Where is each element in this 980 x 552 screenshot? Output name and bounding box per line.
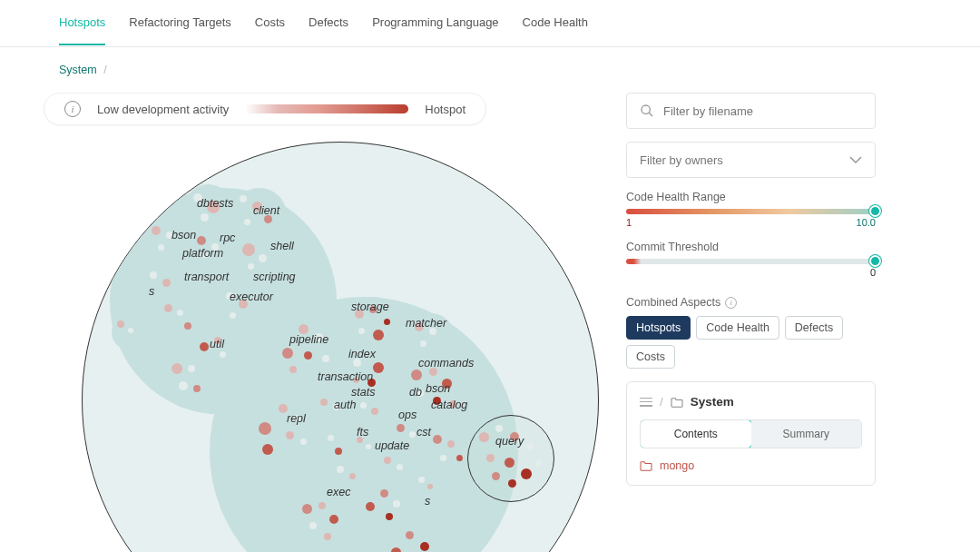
hotspot-visualization[interactable]: dbtests client bson rpc platform shell t…: [27, 133, 572, 552]
tab-costs[interactable]: Costs: [255, 15, 285, 45]
path-separator: /: [660, 395, 663, 409]
tab-code-health[interactable]: Code Health: [523, 15, 588, 45]
tab-defects[interactable]: Defects: [309, 15, 348, 45]
folder-item-label: mongo: [660, 459, 694, 472]
panel-title: System: [691, 395, 734, 409]
info-icon[interactable]: i: [64, 101, 81, 117]
combined-aspects-label: Combined Aspects i: [626, 296, 876, 309]
owners-filter-placeholder: Filter by owners: [640, 153, 723, 167]
filename-filter[interactable]: [626, 93, 876, 129]
activity-legend: i Low development activity Hotspot: [44, 93, 486, 125]
code-health-range-slider[interactable]: Code Health Range 110.0: [626, 191, 876, 228]
top-tabs: Hotspots Refactoring Targets Costs Defec…: [0, 0, 980, 47]
aspect-chip-hotspots[interactable]: Hotspots: [626, 316, 691, 340]
folder-icon: [671, 397, 683, 408]
legend-gradient: [245, 104, 408, 113]
legend-low-label: Low development activity: [97, 103, 229, 116]
code-health-range-label: Code Health Range: [626, 191, 876, 203]
aspect-chip-code-health[interactable]: Code Health: [696, 316, 779, 340]
commit-threshold-track[interactable]: [626, 259, 876, 264]
legend-high-label: Hotspot: [425, 103, 466, 116]
tab-programming-language[interactable]: Programming Language: [372, 15, 498, 45]
list-icon[interactable]: [640, 398, 652, 407]
code-health-max: 10.0: [857, 217, 876, 228]
search-icon: [640, 104, 654, 118]
svg-line-1: [649, 113, 652, 116]
svg-point-0: [642, 105, 650, 113]
filename-filter-input[interactable]: [663, 104, 862, 118]
info-icon[interactable]: i: [725, 297, 737, 309]
owners-filter[interactable]: Filter by owners: [626, 142, 876, 178]
details-panel: / System Contents Summary mongo: [626, 381, 876, 486]
folder-icon: [640, 460, 652, 471]
commit-threshold-value: 0: [870, 267, 876, 278]
chevron-down-icon: [849, 156, 862, 163]
segment-summary[interactable]: Summary: [751, 420, 862, 448]
panel-segment-control: Contents Summary: [640, 419, 862, 448]
breadcrumb-separator: /: [103, 64, 106, 76]
code-health-min: 1: [626, 217, 632, 228]
aspect-chip-defects[interactable]: Defects: [785, 316, 843, 340]
commit-threshold-label: Commit Threshold: [626, 241, 876, 253]
tab-refactoring-targets[interactable]: Refactoring Targets: [129, 15, 231, 45]
breadcrumb: System /: [0, 47, 980, 93]
commit-threshold-slider[interactable]: Commit Threshold 0: [626, 241, 876, 278]
slider-handle[interactable]: [869, 255, 881, 267]
folder-item-mongo[interactable]: mongo: [640, 459, 862, 472]
code-health-range-track[interactable]: [626, 209, 876, 214]
slider-handle[interactable]: [869, 205, 881, 217]
segment-contents[interactable]: Contents: [640, 419, 752, 448]
aspect-chip-costs[interactable]: Costs: [626, 345, 675, 369]
tab-hotspots[interactable]: Hotspots: [59, 15, 105, 45]
breadcrumb-root[interactable]: System: [59, 64, 97, 76]
